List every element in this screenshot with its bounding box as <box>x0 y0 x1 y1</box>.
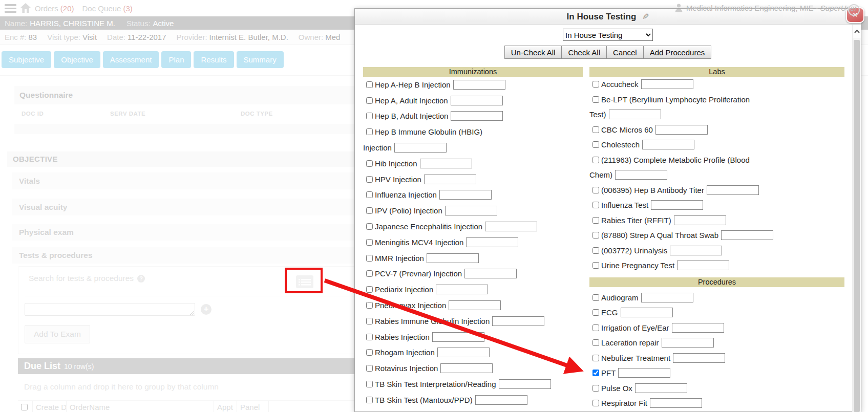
item-label: Rabies Titer (RFFIT) <box>601 216 671 225</box>
item-checkbox-006395-hep-b-antibody-titer[interactable] <box>592 187 599 193</box>
item-value-input[interactable] <box>641 79 693 89</box>
item-checkbox-pediarix-injection[interactable] <box>366 286 373 293</box>
item-checkbox-japanese-encephalitis-injection[interactable] <box>366 223 373 230</box>
item-label: Laceration repair <box>601 338 659 347</box>
user-menu[interactable]: Medical Informatics Engineering, MIE - S… <box>675 0 857 15</box>
item-checkbox-laceration-repair[interactable] <box>592 339 599 346</box>
item-row: Accucheck <box>589 77 844 92</box>
scroll-up-button[interactable] <box>853 25 861 38</box>
item-checkbox-audiogram[interactable] <box>592 294 599 301</box>
item-checkbox-rotavirus-injection[interactable] <box>366 365 373 372</box>
item-value-input[interactable] <box>451 111 503 121</box>
item-checkbox-pulse-ox[interactable] <box>592 385 599 392</box>
item-value-input[interactable] <box>674 215 726 225</box>
item-checkbox-pft[interactable] <box>592 370 599 376</box>
item-value-input[interactable] <box>440 363 493 373</box>
screen: Orders(20) Doc Queue(3) Name:HARRIS, CHR… <box>0 0 868 412</box>
item-value-input[interactable] <box>721 230 773 240</box>
item-value-input[interactable] <box>635 383 687 393</box>
item-checkbox-urine-pregnancy-test[interactable] <box>592 262 599 269</box>
item-value-input[interactable] <box>642 140 694 149</box>
item-value-input[interactable] <box>492 316 544 326</box>
item-checkbox-influenza-test[interactable] <box>592 202 599 208</box>
item-checkbox-003772-urinalysis[interactable] <box>592 247 599 254</box>
item-checkbox-211963-complete-metabolic-profile-blood[interactable] <box>592 157 599 163</box>
item-value-input[interactable] <box>650 398 702 408</box>
item-value-input[interactable] <box>677 261 729 270</box>
item-value-input[interactable] <box>449 300 501 310</box>
item-value-input[interactable] <box>394 143 447 153</box>
item-value-input[interactable] <box>466 237 518 247</box>
in-house-testing-dialog: × In House Testing ✎ In House Testing Un… <box>354 8 861 412</box>
item-value-input[interactable] <box>609 110 661 119</box>
procedure-set-select[interactable]: In House Testing <box>563 29 653 41</box>
item-value-input[interactable] <box>651 200 703 210</box>
item-row: Hep A-Hep B Injection <box>363 77 583 93</box>
item-value-input[interactable] <box>673 353 725 363</box>
item-checkbox-rabies-immune-globulin-injection[interactable] <box>366 318 373 324</box>
item-value-input[interactable] <box>439 190 492 200</box>
item-value-input[interactable] <box>427 253 479 263</box>
item-value-input[interactable] <box>672 323 724 333</box>
item-checkbox-mmr-injection[interactable] <box>366 255 373 262</box>
item-value-input[interactable] <box>437 348 490 357</box>
item-checkbox-rhogam-injection[interactable] <box>366 349 373 356</box>
item-value-input[interactable] <box>464 269 517 278</box>
cancel-button[interactable]: Cancel <box>606 46 644 59</box>
item-row: (003772) Urinalysis <box>589 243 844 258</box>
scrollbar-thumb[interactable] <box>854 40 860 412</box>
item-value-input[interactable] <box>451 96 503 105</box>
item-value-input[interactable] <box>670 246 722 255</box>
item-value-input[interactable] <box>707 185 759 195</box>
edit-pencil-icon[interactable]: ✎ <box>642 9 649 25</box>
item-value-input[interactable] <box>432 332 484 342</box>
item-value-input[interactable] <box>655 125 708 135</box>
item-label: (87880) Strep A Qual Throat Swab <box>601 231 718 240</box>
item-value-input[interactable] <box>621 308 673 317</box>
item-value-input[interactable] <box>436 285 488 294</box>
item-checkbox-influenza-injection[interactable] <box>366 191 373 198</box>
item-checkbox-accucheck[interactable] <box>592 81 599 88</box>
item-checkbox-rabies-titer-rffit[interactable] <box>592 217 599 224</box>
item-value-input[interactable] <box>475 395 527 405</box>
item-checkbox-pcv-7-prevnar-injection[interactable] <box>366 270 373 277</box>
dialog-scrollbar[interactable] <box>852 25 861 412</box>
item-row-continued: Chem) <box>589 167 844 183</box>
item-checkbox-cholestech[interactable] <box>592 141 599 148</box>
item-checkbox-hep-b-immune-globulin-hbig[interactable] <box>366 128 373 135</box>
item-checkbox-hep-b-adult-injection[interactable] <box>366 113 373 119</box>
item-checkbox-irrigation-of-eye-ear[interactable] <box>592 324 599 331</box>
item-checkbox-rabies-injection[interactable] <box>366 334 373 340</box>
add-procedures-button[interactable]: Add Procedures <box>643 46 712 59</box>
item-checkbox-be-lpt-beryllium-lymphocyte-proliferation[interactable] <box>592 96 599 103</box>
item-checkbox-hep-a-hep-b-injection[interactable] <box>366 81 373 88</box>
item-checkbox-respirator-fit[interactable] <box>592 400 599 406</box>
item-checkbox-meningitis-mcv4-injection[interactable] <box>366 239 373 246</box>
item-value-input[interactable] <box>641 293 693 302</box>
item-checkbox-ecg[interactable] <box>592 309 599 316</box>
item-checkbox-pneumovax-injection[interactable] <box>366 302 373 309</box>
item-value-input[interactable] <box>424 175 476 184</box>
item-checkbox-nebulizer-treatment[interactable] <box>592 355 599 361</box>
item-checkbox-ipv-polio-injection[interactable] <box>366 207 373 214</box>
item-checkbox-cbc-micros-60[interactable] <box>592 126 599 133</box>
check-all-button[interactable]: Check All <box>561 46 607 59</box>
item-checkbox-tb-skin-test-interpretation-reading[interactable] <box>366 381 373 387</box>
item-value-input[interactable] <box>499 379 551 389</box>
item-label: Irrigation of Eye/Ear <box>601 323 669 332</box>
session-icon[interactable] <box>848 4 860 16</box>
item-checkbox-hep-a-adult-injection[interactable] <box>366 97 373 104</box>
item-value-input[interactable] <box>662 338 714 348</box>
un-check-all-button[interactable]: Un-Check All <box>504 46 562 59</box>
item-row: PFT <box>589 365 844 381</box>
item-checkbox-hpv-injection[interactable] <box>366 176 373 183</box>
item-checkbox-87880-strep-a-qual-throat-swab[interactable] <box>592 232 599 238</box>
item-checkbox-tb-skin-test-mantoux-ppd[interactable] <box>366 397 373 403</box>
item-value-input[interactable] <box>485 222 537 231</box>
item-value-input[interactable] <box>615 170 667 180</box>
item-value-input[interactable] <box>453 80 505 90</box>
item-value-input[interactable] <box>420 159 472 168</box>
item-checkbox-hib-injection[interactable] <box>366 160 373 167</box>
item-value-input[interactable] <box>618 368 670 378</box>
item-value-input[interactable] <box>445 206 497 215</box>
